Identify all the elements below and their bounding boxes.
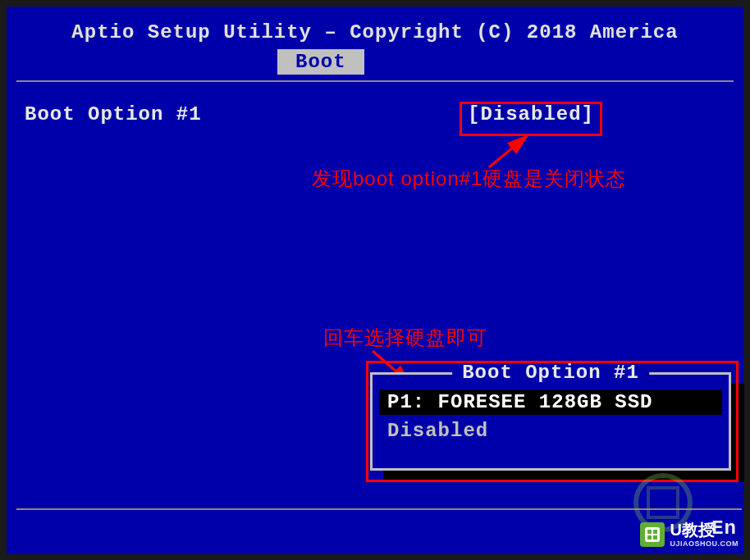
- watermark-logo-icon: [640, 522, 665, 547]
- svg-line-0: [489, 136, 527, 167]
- boot-option-label: Boot Option #1: [25, 103, 468, 125]
- boot-option-row[interactable]: Boot Option #1 [Disabled]: [25, 103, 730, 125]
- bios-screen: Aptio Setup Utility – Copyright (C) 2018…: [7, 7, 743, 554]
- bios-title: Aptio Setup Utility – Copyright (C) 2018…: [7, 21, 743, 43]
- tab-bar: Boot: [277, 49, 364, 75]
- annotation-highlight-box-1: [460, 102, 602, 136]
- tab-boot[interactable]: Boot: [277, 49, 364, 75]
- watermark: U教授 UJIAOSHOU.COM: [640, 520, 739, 549]
- watermark-text: U教授 UJIAOSHOU.COM: [670, 520, 739, 549]
- top-divider: [16, 80, 734, 82]
- annotation-highlight-box-2: [366, 361, 739, 482]
- annotation-text-2: 回车选择硬盘即可: [323, 325, 487, 351]
- annotation-text-1: 发现boot option#1硬盘是关闭状态: [312, 166, 626, 192]
- bottom-divider: [16, 508, 742, 510]
